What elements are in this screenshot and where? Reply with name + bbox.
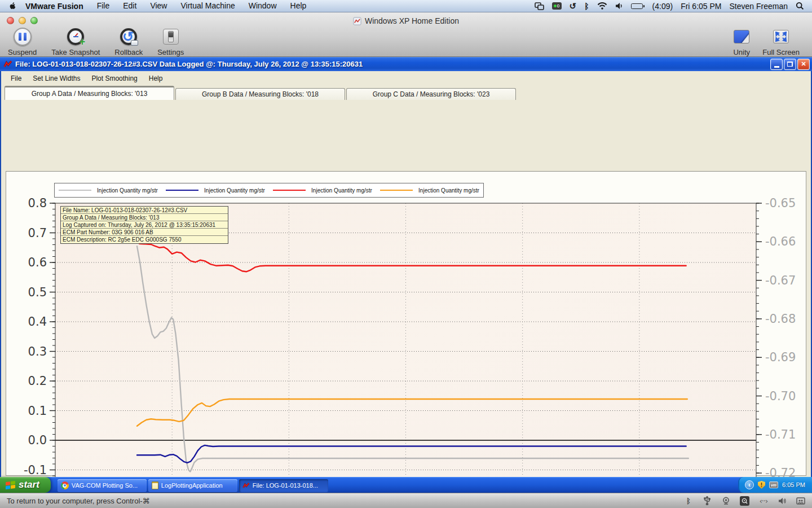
full-screen-button[interactable]: Full Screen bbox=[762, 27, 800, 56]
svg-text:-0.67: -0.67 bbox=[765, 274, 796, 287]
legend-item: Injection Quantity mg/str bbox=[162, 187, 269, 194]
tray-collapse-icon[interactable]: ‹ bbox=[745, 480, 754, 489]
svg-text:-0.71: -0.71 bbox=[765, 428, 796, 441]
svg-text:0.2: 0.2 bbox=[28, 374, 47, 388]
snapshot-icon: + bbox=[67, 28, 84, 45]
taskbar-item-vagcom[interactable]: VAG-COM Plotting So... bbox=[58, 479, 147, 492]
suspend-icon bbox=[14, 28, 32, 46]
xp-titlebar[interactable]: File: LOG-01-013-018-02307-26-12#3.CSV D… bbox=[0, 57, 812, 71]
taskbar-item-csv-file[interactable]: File: LOG-01-013-018... bbox=[239, 479, 328, 492]
spotlight-icon[interactable] bbox=[796, 2, 804, 10]
screen: VMware Fusion File Edit View Virtual Mac… bbox=[0, 0, 812, 508]
tab-group-a[interactable]: Group A Data / Measuring Blocks: '013 bbox=[5, 86, 174, 100]
svg-text:0.6: 0.6 bbox=[28, 256, 47, 269]
network-icon[interactable]: ‹··› bbox=[759, 497, 768, 505]
menu-plot-smoothing[interactable]: Plot Smoothing bbox=[86, 73, 142, 84]
harddisk-icon[interactable] bbox=[740, 496, 749, 506]
rollback-icon: ↺ bbox=[120, 28, 137, 45]
camera-icon[interactable] bbox=[721, 497, 730, 505]
apple-icon[interactable] bbox=[7, 2, 18, 10]
xp-window-icon bbox=[353, 17, 361, 25]
take-snapshot-button[interactable]: + Take Snapshot bbox=[51, 27, 100, 56]
svg-text:-0.70: -0.70 bbox=[765, 389, 796, 403]
wifi-icon[interactable] bbox=[597, 2, 607, 10]
svg-text:-0.65: -0.65 bbox=[765, 196, 796, 210]
legend-line-sample bbox=[380, 190, 413, 191]
unity-icon bbox=[734, 30, 749, 43]
legend-item: Injection Quantity mg/str bbox=[55, 187, 162, 194]
svg-text:0.8: 0.8 bbox=[28, 196, 47, 210]
csv-app-icon bbox=[3, 60, 12, 69]
info-file-name: File Name: LOG-01-013-018-02307-26-12#3.… bbox=[61, 207, 228, 214]
mac-menu-help[interactable]: Help bbox=[284, 0, 313, 12]
mac-menu-edit[interactable]: Edit bbox=[117, 0, 143, 12]
xp-window-title: File: LOG-01-013-018-02307-26-12#3.CSV D… bbox=[15, 60, 770, 68]
return-hint-text: To return to your computer, press Contro… bbox=[7, 497, 150, 505]
plotting-application: File Set Line Widths Plot Smoothing Help… bbox=[0, 71, 812, 477]
menu-help[interactable]: Help bbox=[144, 73, 168, 84]
rollback-button[interactable]: ↺ Rollback bbox=[114, 27, 143, 56]
vmware-window-toolbar: Windows XP Home Edition Suspend + Take S… bbox=[0, 12, 812, 57]
battery-time: (4:09) bbox=[652, 2, 673, 11]
vmware-tools-icon[interactable]: vm bbox=[769, 481, 778, 488]
legend-line-sample bbox=[59, 190, 91, 191]
mac-menu-virtual-machine[interactable]: Virtual Machine bbox=[174, 0, 241, 12]
menubar-user[interactable]: Steven Freeman bbox=[730, 2, 788, 11]
csv-app-icon bbox=[242, 482, 250, 489]
battery-icon[interactable] bbox=[631, 3, 645, 9]
legend-line-sample bbox=[273, 190, 306, 191]
windows-flag-icon bbox=[6, 480, 15, 489]
info-ecm-part: ECM Part Number: 03G 906 016 AB bbox=[61, 229, 228, 236]
taskbar-item-logplotting[interactable]: LogPlottingApplication bbox=[148, 479, 237, 492]
bluetooth-icon[interactable]: ᛒ bbox=[684, 497, 693, 505]
app-menubar: File Set Line Widths Plot Smoothing Help bbox=[1, 71, 811, 85]
security-shield-icon[interactable]: ! bbox=[758, 481, 765, 489]
svg-text:-0.69: -0.69 bbox=[765, 351, 796, 364]
fullscreen-icon bbox=[773, 30, 789, 43]
menubar-clock[interactable]: Fri 6:05 PM bbox=[681, 2, 721, 11]
shared-folder-icon[interactable] bbox=[796, 497, 805, 505]
svg-text:0.3: 0.3 bbox=[28, 345, 47, 358]
xp-restore-button[interactable] bbox=[784, 59, 796, 70]
suspend-button[interactable]: Suspend bbox=[8, 27, 37, 56]
tab-strip: Group A Data / Measuring Blocks: '013 Gr… bbox=[1, 85, 811, 100]
volume-icon[interactable] bbox=[615, 2, 623, 10]
mac-menu-file[interactable]: File bbox=[91, 0, 116, 12]
xp-minimize-button[interactable] bbox=[770, 59, 783, 70]
svg-text:0.4: 0.4 bbox=[28, 315, 47, 329]
usb-icon[interactable] bbox=[703, 496, 712, 505]
info-ecm-desc: ECM Description: RC 2g5e EDC G000SG 7550 bbox=[61, 236, 228, 243]
xp-close-button[interactable]: ✕ bbox=[797, 59, 810, 70]
macos-menubar: VMware Fusion File Edit View Virtual Mac… bbox=[0, 0, 812, 12]
legend-line-sample bbox=[166, 190, 198, 191]
chart-panel: 0.80.70.60.50.40.30.20.10.0-0.1-0.2-0.65… bbox=[6, 171, 806, 476]
log-info-box: File Name: LOG-01-013-018-02307-26-12#3.… bbox=[60, 206, 228, 244]
info-group: Group A Data / Measuring Blocks: '013 bbox=[61, 214, 228, 221]
tray-clock[interactable]: 6:05 PM bbox=[782, 481, 805, 488]
settings-button[interactable]: Settings bbox=[157, 27, 184, 56]
mac-app-name[interactable]: VMware Fusion bbox=[19, 2, 90, 11]
screen-share-icon[interactable] bbox=[535, 2, 544, 10]
unity-button[interactable]: Unity bbox=[732, 27, 751, 56]
svg-text:0.1: 0.1 bbox=[28, 404, 47, 418]
sound-icon[interactable] bbox=[778, 497, 787, 505]
chart-legend: Injection Quantity mg/str Injection Quan… bbox=[54, 183, 484, 198]
svg-text:0.7: 0.7 bbox=[28, 226, 47, 240]
tab-group-c[interactable]: Group C Data / Measuring Blocks: '023 bbox=[346, 88, 516, 100]
menu-set-line-widths[interactable]: Set Line Widths bbox=[28, 73, 85, 84]
mac-menu-window[interactable]: Window bbox=[242, 0, 283, 12]
start-button[interactable]: start bbox=[0, 477, 51, 493]
notepad-icon bbox=[152, 481, 158, 489]
camera-lock-icon[interactable] bbox=[552, 2, 562, 10]
tab-group-b[interactable]: Group B Data / Measuring Blocks: '018 bbox=[175, 88, 345, 100]
chrome-icon bbox=[61, 481, 69, 489]
svg-text:-0.66: -0.66 bbox=[765, 235, 796, 248]
mac-menu-view[interactable]: View bbox=[144, 0, 173, 12]
menu-file[interactable]: File bbox=[6, 73, 27, 84]
time-machine-icon[interactable]: ↺ bbox=[570, 1, 577, 11]
legend-item: Injection Quantity mg/str bbox=[269, 187, 376, 194]
svg-text:0.0: 0.0 bbox=[28, 433, 47, 447]
svg-text:-0.1: -0.1 bbox=[24, 463, 47, 477]
vmware-window-title: Windows XP Home Edition bbox=[0, 16, 812, 25]
bluetooth-icon[interactable]: ᛒ bbox=[584, 2, 589, 11]
